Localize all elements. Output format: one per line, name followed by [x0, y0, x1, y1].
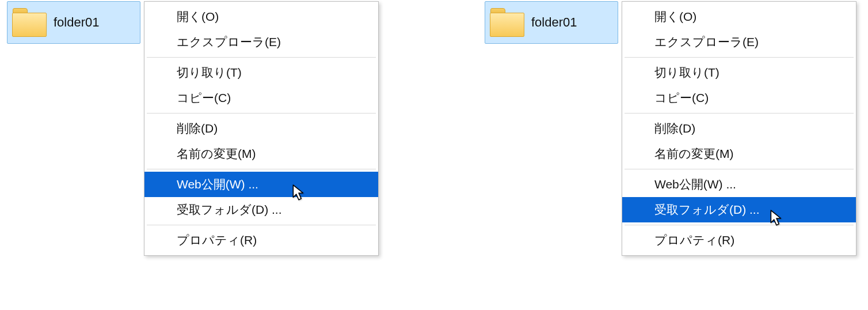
menu-separator [147, 225, 376, 225]
menu-item-open[interactable]: 開く(O) [144, 4, 378, 29]
menu-item-rename[interactable]: 名前の変更(M) [622, 141, 856, 167]
menu-item-open[interactable]: 開く(O) [622, 4, 856, 29]
folder-item[interactable]: folder01 [7, 1, 140, 44]
menu-separator [625, 169, 854, 169]
menu-item-delete[interactable]: 削除(D) [144, 116, 378, 141]
folder-label: folder01 [54, 15, 100, 30]
folder-label: folder01 [531, 15, 577, 30]
menu-item-delete[interactable]: 削除(D) [622, 116, 856, 141]
context-menu: 開く(O)エクスプローラ(E)切り取り(T)コピー(C)削除(D)名前の変更(M… [622, 1, 856, 256]
menu-item-explorer[interactable]: エクスプローラ(E) [144, 29, 378, 55]
menu-item-web-publish[interactable]: Web公開(W) ... [622, 172, 856, 197]
menu-separator [625, 113, 854, 114]
menu-item-cut[interactable]: 切り取り(T) [144, 60, 378, 85]
menu-item-copy[interactable]: コピー(C) [144, 85, 378, 111]
menu-item-cut[interactable]: 切り取り(T) [622, 60, 856, 85]
menu-item-receive-folder[interactable]: 受取フォルダ(D) ... [622, 197, 856, 222]
folder-icon [12, 8, 47, 37]
menu-item-rename[interactable]: 名前の変更(M) [144, 141, 378, 167]
menu-separator [625, 57, 854, 58]
menu-separator [147, 57, 376, 58]
context-menu: 開く(O)エクスプローラ(E)切り取り(T)コピー(C)削除(D)名前の変更(M… [144, 1, 379, 256]
menu-item-receive-folder[interactable]: 受取フォルダ(D) ... [144, 197, 378, 222]
folder-item[interactable]: folder01 [485, 1, 618, 44]
menu-separator [147, 169, 376, 169]
menu-item-copy[interactable]: コピー(C) [622, 85, 856, 111]
menu-separator [625, 225, 854, 225]
menu-item-properties[interactable]: プロパティ(R) [144, 228, 378, 253]
menu-item-properties[interactable]: プロパティ(R) [622, 228, 856, 253]
folder-icon [490, 8, 524, 37]
menu-item-web-publish[interactable]: Web公開(W) ... [144, 172, 378, 197]
menu-item-explorer[interactable]: エクスプローラ(E) [622, 29, 856, 55]
menu-separator [147, 113, 376, 114]
